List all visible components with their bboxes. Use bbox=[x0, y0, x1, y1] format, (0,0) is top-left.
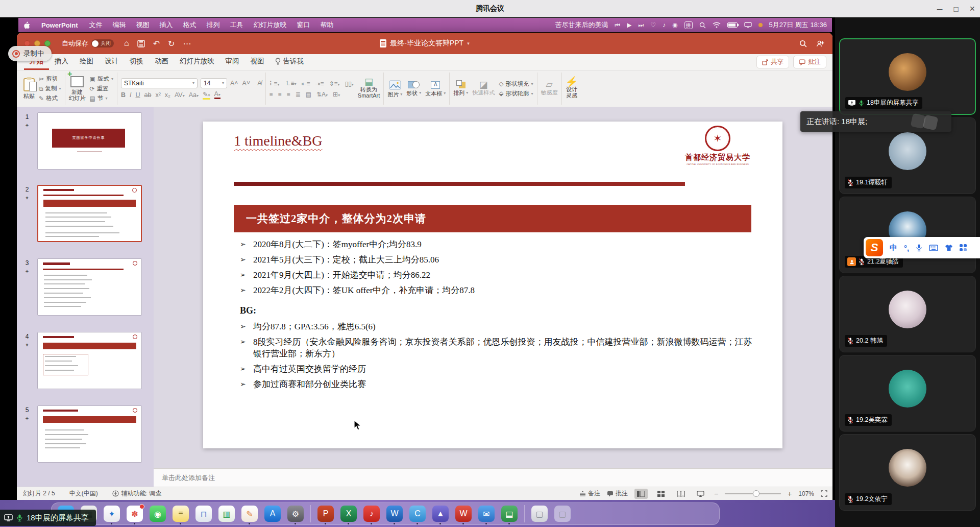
bg-heading[interactable]: BG: bbox=[240, 305, 256, 316]
thumbnail-slide-2-selected[interactable]: 2✦ bbox=[17, 185, 154, 242]
timeline-list[interactable]: ➢2020年8月(大二下)：签myoffer中介;均分83.9 ➢2021年5月… bbox=[240, 239, 699, 300]
underline-button[interactable]: U bbox=[135, 91, 140, 99]
dock-powerpoint-icon[interactable]: P bbox=[317, 506, 334, 522]
layout-button[interactable]: ▣版式▾ bbox=[90, 75, 113, 83]
font-size-select[interactable]: 14▾ bbox=[201, 78, 227, 88]
dock-safari-icon[interactable]: ✦ bbox=[104, 506, 120, 522]
chinese-mode-icon[interactable]: 中 bbox=[890, 243, 897, 253]
dock-pages-icon[interactable]: ✎ bbox=[241, 506, 258, 522]
dock-appstore-icon[interactable]: A bbox=[264, 506, 281, 522]
copy-button[interactable]: ⧉复制▾ bbox=[39, 85, 61, 92]
media-play-icon[interactable]: ▶ bbox=[627, 21, 631, 29]
media-next-icon[interactable]: ⏭ bbox=[638, 21, 644, 29]
columns-button[interactable]: ▯▯▾ bbox=[345, 80, 354, 87]
tab-insert[interactable]: 插入 bbox=[49, 54, 74, 70]
dock-netease-music-icon[interactable]: ♪ bbox=[363, 506, 380, 522]
picture-button[interactable]: 图片▾ bbox=[387, 80, 402, 98]
notes-input[interactable]: 单击此处添加备注 bbox=[154, 468, 832, 487]
doc-title-chevron-icon[interactable]: ▾ bbox=[467, 41, 470, 46]
screen-share-indicator[interactable]: 18申展的屏幕共享 bbox=[0, 510, 96, 526]
participant-tile[interactable]: 21.2夏驰皓 bbox=[839, 197, 976, 273]
character-spacing-button[interactable]: A︎V▾ bbox=[175, 91, 185, 99]
design-ideas-button[interactable]: ⚡ 设计 灵感 bbox=[566, 79, 578, 99]
punctuation-icon[interactable]: °, bbox=[904, 244, 909, 252]
dock-photos-icon[interactable]: ✽ bbox=[127, 506, 143, 522]
sensitivity-button[interactable]: ▱ 敏感度 bbox=[541, 82, 558, 95]
thumbnail-slide-1[interactable]: 1✦ 英国留学申请分享 bbox=[17, 112, 154, 170]
zoom-out-button[interactable]: − bbox=[714, 490, 718, 498]
tab-review[interactable]: 审阅 bbox=[220, 54, 245, 70]
shape-outline-button[interactable]: ⬙形状轮廓▾ bbox=[499, 90, 533, 98]
menu-format[interactable]: 格式 bbox=[178, 20, 202, 30]
participant-tile[interactable]: 19.2文依宁 bbox=[839, 434, 976, 511]
menu-window[interactable]: 窗口 bbox=[292, 20, 315, 30]
quick-styles-button[interactable]: ◪ 快速样式 bbox=[472, 82, 495, 95]
more-commands-icon[interactable]: ⋯ bbox=[183, 39, 191, 49]
fit-to-window-button[interactable] bbox=[821, 490, 827, 497]
menu-help[interactable]: 帮助 bbox=[315, 20, 339, 30]
align-center-button[interactable]: ≡ bbox=[278, 91, 282, 98]
format-painter-button[interactable]: ✎格式 bbox=[39, 94, 61, 102]
dock-word-icon[interactable]: W bbox=[386, 506, 403, 522]
zoom-slider-thumb[interactable] bbox=[753, 490, 760, 497]
bold-button[interactable]: B bbox=[121, 91, 126, 99]
accessibility-status[interactable]: 辅助功能: 调查 bbox=[112, 489, 162, 498]
apple-menu-icon[interactable] bbox=[18, 21, 35, 29]
bg-list[interactable]: ➢均分87.8；GPA:3.56，雅思6.5(6) ➢8段实习经历（安永金融风险… bbox=[240, 321, 755, 394]
comments-toggle[interactable]: 批注 bbox=[607, 489, 628, 498]
font-name-select[interactable]: STKaiti▾ bbox=[121, 78, 198, 88]
shrink-font-icon[interactable]: A˅ bbox=[242, 80, 251, 87]
strikethrough-button[interactable]: ab bbox=[144, 91, 152, 99]
dock-keynote-icon[interactable]: ⊓ bbox=[195, 506, 212, 522]
notes-toggle[interactable]: 备注 bbox=[579, 489, 600, 498]
menu-arrange[interactable]: 排列 bbox=[202, 20, 225, 30]
menu-file[interactable]: 文件 bbox=[84, 20, 108, 30]
line-spacing-button[interactable]: ⇕≡▾ bbox=[329, 80, 340, 87]
normal-view-button[interactable] bbox=[634, 489, 648, 499]
align-text-button[interactable]: ⊞▾ bbox=[333, 91, 340, 98]
menu-edit[interactable]: 编辑 bbox=[108, 20, 131, 30]
reset-button[interactable]: ⟳重置 bbox=[90, 85, 113, 92]
menu-tools[interactable]: 工具 bbox=[225, 20, 249, 30]
thumbnail-slide-3[interactable]: 3✦ bbox=[17, 258, 154, 316]
titlebar-search-icon[interactable] bbox=[799, 40, 807, 47]
participant-tile[interactable]: 19.2吴奕霖 bbox=[839, 355, 976, 432]
voice-input-icon[interactable] bbox=[916, 244, 922, 252]
section-button[interactable]: ▤节▾ bbox=[90, 94, 113, 102]
autosave-toggle[interactable]: 自动保存 关闭 bbox=[62, 39, 114, 48]
paste-button[interactable]: 粘贴 bbox=[23, 78, 35, 99]
dock-wps-icon[interactable]: W bbox=[455, 506, 472, 522]
tab-slideshow[interactable]: 幻灯片放映 bbox=[174, 54, 220, 70]
textbox-button[interactable]: A 文本框▾ bbox=[425, 81, 446, 97]
tab-transitions[interactable]: 切换 bbox=[124, 54, 149, 70]
smartart-button[interactable]: ⬓ 转换为 SmartArt bbox=[358, 79, 380, 99]
text-direction-button[interactable]: ⇅A▾ bbox=[316, 91, 328, 98]
zoom-window-light[interactable] bbox=[44, 40, 51, 46]
justify-button[interactable]: ≣ bbox=[296, 91, 301, 98]
font-color-button[interactable]: A▾ bbox=[214, 90, 220, 99]
highlight-button[interactable]: ✎▾ bbox=[203, 90, 210, 100]
menu-view[interactable]: 视图 bbox=[131, 20, 155, 30]
language-indicator[interactable]: 中文(中国) bbox=[69, 489, 98, 498]
tell-me-button[interactable]: 告诉我 bbox=[270, 54, 309, 70]
battery-icon[interactable] bbox=[727, 22, 738, 28]
thumbnail-slide-4[interactable]: 4✦ bbox=[17, 332, 154, 389]
menu-slideshow[interactable]: 幻灯片放映 bbox=[249, 20, 292, 30]
keyboard-icon[interactable] bbox=[929, 245, 938, 251]
music-app-icon[interactable]: ♪ bbox=[663, 21, 666, 29]
slideshow-view-button[interactable] bbox=[694, 489, 707, 499]
play-circle-icon[interactable]: ◉ bbox=[672, 21, 677, 29]
thumbnail-slide-5[interactable]: 5✦ bbox=[17, 405, 154, 463]
cut-button[interactable]: ✂剪切 bbox=[39, 75, 61, 83]
dock-documents-icon[interactable]: ▢ bbox=[531, 506, 548, 522]
grow-font-icon[interactable]: A˄ bbox=[230, 80, 238, 87]
dock-excel-icon[interactable]: X bbox=[340, 506, 357, 522]
menubar-clock[interactable]: 5月27日 周五 18:36 bbox=[769, 20, 827, 30]
menu-insert[interactable]: 插入 bbox=[155, 20, 178, 30]
slide-title[interactable]: 1 timeline&BG bbox=[234, 133, 322, 149]
reading-view-button[interactable] bbox=[674, 489, 688, 499]
undo-icon[interactable]: ↶ bbox=[153, 39, 160, 49]
dock-settings-icon[interactable]: ⚙ bbox=[287, 506, 304, 522]
slide-counter[interactable]: 幻灯片 2 / 5 bbox=[23, 489, 55, 498]
align-right-button[interactable]: ≡ bbox=[287, 91, 290, 98]
